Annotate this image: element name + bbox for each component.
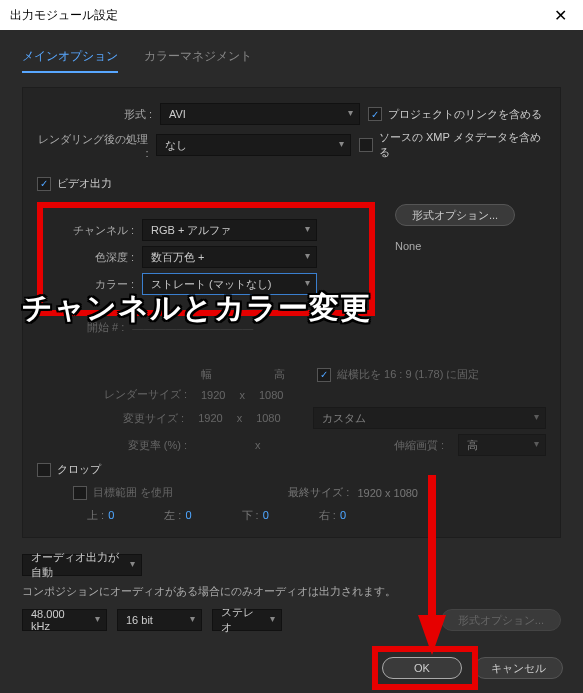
post-render-select[interactable]: なし — [156, 134, 351, 156]
include-xmp-checkbox[interactable]: ソースの XMP メタデータを含める — [359, 130, 546, 160]
audio-output-mode-select[interactable]: オーディオ出力が自動 — [22, 554, 142, 576]
check-icon — [37, 177, 51, 191]
depth-label: 色深度 : — [49, 250, 134, 265]
crop-left: 左 :0 — [164, 508, 191, 523]
channel-label: チャンネル : — [49, 223, 134, 238]
audio-bit-select[interactable]: 16 bit — [117, 609, 202, 631]
codec-none-label: None — [395, 240, 515, 252]
format-label: 形式 : — [37, 107, 152, 122]
render-size-label: レンダーサイズ : — [97, 387, 187, 402]
tab-main-options[interactable]: メインオプション — [22, 48, 118, 73]
change-rate-label: 変更率 (%) : — [97, 438, 187, 453]
checkbox-icon — [73, 486, 87, 500]
channel-select[interactable]: RGB + アルファ — [142, 219, 317, 241]
audio-channel-select[interactable]: ステレオ — [212, 609, 282, 631]
dialog-footer: OK キャンセル — [382, 657, 563, 679]
annotation-text: チャンネルとカラー変更 — [22, 288, 371, 329]
audio-format-options-button[interactable]: 形式オプション... — [441, 609, 561, 631]
change-size-label: 変更サイズ : — [97, 411, 184, 426]
crop-right: 右 :0 — [319, 508, 346, 523]
checkbox-icon — [37, 463, 51, 477]
audio-rate-select[interactable]: 48.000 kHz — [22, 609, 107, 631]
crop-bottom: 下 :0 — [242, 508, 269, 523]
video-output-checkbox[interactable]: ビデオ出力 — [37, 176, 112, 191]
video-format-options-button[interactable]: 形式オプション... — [395, 204, 515, 226]
title-bar: 出力モジュール設定 ✕ — [0, 0, 583, 30]
final-size-value: 1920 x 1080 — [357, 487, 418, 499]
audio-note: コンポジションにオーディオがある場合にのみオーディオは出力されます。 — [22, 584, 561, 599]
resize-preset-select[interactable]: カスタム — [313, 407, 546, 429]
checkbox-icon — [359, 138, 373, 152]
check-icon — [368, 107, 382, 121]
tab-color-management[interactable]: カラーマネジメント — [144, 48, 252, 73]
close-button[interactable]: ✕ — [538, 0, 583, 30]
format-select[interactable]: AVI — [160, 103, 360, 125]
window-title: 出力モジュール設定 — [10, 7, 118, 24]
use-target-checkbox[interactable]: 目標範囲 を使用 — [73, 485, 173, 500]
check-icon — [317, 368, 331, 382]
cancel-button[interactable]: キャンセル — [474, 657, 563, 679]
final-size-label: 最終サイズ : — [288, 485, 349, 500]
post-render-label: レンダリング後の処理 : — [37, 132, 148, 159]
ok-button[interactable]: OK — [382, 657, 462, 679]
crop-checkbox[interactable]: クロップ — [37, 462, 101, 477]
height-header: 高 — [274, 367, 285, 382]
stretch-quality-select[interactable]: 高 — [458, 434, 546, 456]
tab-bar: メインオプション カラーマネジメント — [22, 48, 561, 73]
width-header: 幅 — [201, 367, 212, 382]
crop-top: 上 :0 — [87, 508, 114, 523]
stretch-quality-label: 伸縮画質 : — [394, 438, 444, 453]
lock-aspect-checkbox[interactable]: 縦横比を 16 : 9 (1.78) に固定 — [317, 367, 479, 382]
include-project-link-checkbox[interactable]: プロジェクトのリンクを含める — [368, 107, 542, 122]
depth-select[interactable]: 数百万色 + — [142, 246, 317, 268]
